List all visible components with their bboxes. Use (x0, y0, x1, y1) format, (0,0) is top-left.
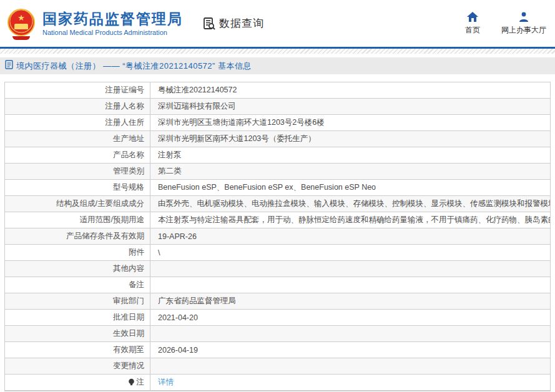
row-value-text: 2021-04-20 (158, 313, 198, 322)
table-row: 型号规格BeneFusion eSP、BeneFusion eSP ex、Ben… (5, 180, 550, 196)
table-row: 生产地址深圳市光明新区南环大道1203号（委托生产） (5, 131, 550, 147)
table-row: 注册人名称深圳迈瑞科技有限公司 (5, 99, 550, 115)
emblem-gate (14, 24, 28, 29)
nav-service-hall[interactable]: 网上办事大厅 (501, 11, 546, 36)
row-value-text: 本注射泵与特定注输器具配套，用于动、静脉恒定给药速度和精确给药量输液，不用于镇痛… (158, 215, 550, 225)
table-row: 生效日期 (5, 326, 550, 342)
row-value-text: 粤械注准20212140572 (158, 85, 237, 96)
table-row: 产品储存条件及有效期19-APR-26 (5, 228, 550, 245)
row-label-text: 注 (137, 377, 145, 388)
table-row: 注详情 (5, 375, 550, 391)
table-row: 适用范围/预期用途本注射泵与特定注输器具配套，用于动、静脉恒定给药速度和精确给药… (5, 212, 550, 228)
detail-link[interactable]: 详情 (158, 377, 174, 388)
row-value-text: \ (158, 248, 160, 257)
table-row: 批准日期2021-04-20 (5, 310, 550, 326)
row-value: \ (150, 245, 550, 260)
row-label: 附件 (5, 245, 150, 260)
table-row: 注册人住所深圳市光明区玉塘街道南环大道1203号2号楼6楼 (5, 115, 550, 131)
row-value: 深圳市光明新区南环大道1203号（委托生产） (150, 131, 550, 147)
row-label-text: 生产地址 (113, 134, 144, 144)
row-label-text: 附件 (129, 247, 144, 258)
row-value: 详情 (150, 375, 550, 390)
row-label-text: 注册人住所 (106, 117, 145, 128)
emblem-ribbon (12, 36, 30, 40)
row-label-text: 有效期至 (113, 345, 144, 355)
row-value: 深圳市光明区玉塘街道南环大道1203号2号楼6楼 (150, 115, 550, 130)
data-query-label: 数据查询 (219, 16, 264, 31)
table-row: 审批部门广东省药品监督管理局 (5, 293, 550, 310)
row-value-text: BeneFusion eSP、BeneFusion eSP ex、BeneFus… (158, 182, 376, 193)
row-label: 有效期至 (5, 342, 150, 358)
row-label-text: 审批部门 (113, 296, 144, 306)
table-row: 其他内容 (5, 261, 550, 277)
row-label: 型号规格 (5, 180, 150, 195)
row-value-text: 深圳市光明区玉塘街道南环大道1203号2号楼6楼 (158, 117, 325, 128)
row-value: 2021-04-20 (150, 310, 550, 325)
page: ★ 国家药品监督管理局 National Medical Products Ad… (0, 0, 555, 392)
row-label-text: 产品储存条件及有效期 (66, 231, 144, 242)
row-label-text: 适用范围/预期用途 (80, 215, 144, 225)
row-label: 产品名称 (5, 147, 150, 163)
row-value-text: 2026-04-19 (158, 346, 198, 355)
row-value-text: 由泵外壳、电机驱动模块、电动推拉盒模块、输入模块、存储模块、控制模块、显示模块、… (158, 198, 550, 209)
breadcrumb-bar: 境内医疗器械（注册） —— “粤械注准20212140572” 基本信息 (0, 57, 555, 74)
row-label: 结构及组成/主要组成成分 (5, 196, 150, 212)
data-query-section[interactable]: 数据查询 (202, 16, 264, 31)
national-emblem-logo: ★ (6, 7, 36, 40)
row-value: 粤械注准20212140572 (150, 82, 550, 98)
row-value-text: 第二类 (158, 166, 182, 177)
row-value: 第二类 (150, 164, 550, 179)
row-label: 备注 (5, 277, 150, 293)
row-label: 批准日期 (5, 310, 150, 325)
row-value: 2026-04-19 (150, 342, 550, 358)
row-label-text: 其他内容 (113, 263, 144, 274)
row-label: 生产地址 (5, 131, 150, 147)
nav-service-hall-label: 网上办事大厅 (501, 25, 546, 36)
row-value (150, 358, 550, 374)
nav-home[interactable]: 首页 (465, 11, 480, 36)
row-label-text: 结构及组成/主要组成成分 (56, 198, 144, 209)
site-title-block: 国家药品监督管理局 National Medical Products Admi… (42, 11, 183, 37)
site-subtitle: National Medical Products Administration (42, 29, 183, 36)
row-value-text: 深圳迈瑞科技有限公司 (158, 101, 236, 112)
emblem-star: ★ (17, 14, 25, 22)
hatch-strip (0, 49, 555, 54)
row-label: 变更情况 (5, 358, 150, 374)
row-value: 注射泵 (150, 147, 550, 163)
row-label-text: 变更情况 (113, 361, 144, 371)
row-label-text: 型号规格 (113, 182, 144, 193)
row-value: BeneFusion eSP、BeneFusion eSP ex、BeneFus… (150, 180, 550, 195)
row-value (150, 326, 550, 341)
row-value: 19-APR-26 (150, 228, 550, 244)
row-label-text: 生效日期 (113, 328, 144, 339)
row-value-text: 广东省药品监督管理局 (158, 296, 236, 306)
data-query-icon (202, 16, 217, 31)
site-title: 国家药品监督管理局 (42, 11, 183, 28)
row-label: 适用范围/预期用途 (5, 212, 150, 228)
home-icon (466, 11, 479, 22)
table-row: 备注 (5, 277, 550, 293)
row-label-text: 备注 (129, 280, 144, 290)
nav-home-label: 首页 (465, 25, 480, 36)
row-label-text: 产品名称 (113, 150, 144, 160)
row-label-text: 管理类别 (113, 166, 144, 177)
row-label: 注册证编号 (5, 82, 150, 98)
row-value-text: 19-APR-26 (158, 232, 197, 241)
row-label: 生效日期 (5, 326, 150, 341)
document-icon (5, 60, 13, 72)
registration-info-table: 注册证编号粤械注准20212140572注册人名称深圳迈瑞科技有限公司注册人住所… (4, 82, 551, 391)
row-value: 由泵外壳、电机驱动模块、电动推拉盒模块、输入模块、存储模块、控制模块、显示模块、… (150, 196, 550, 212)
header-nav: 首页 网上办事大厅 (465, 11, 546, 36)
row-label: 审批部门 (5, 293, 150, 309)
row-label: 注册人名称 (5, 99, 150, 114)
row-value (150, 277, 550, 293)
table-row: 注册证编号粤械注准20212140572 (5, 82, 550, 99)
row-value-text: 注射泵 (158, 150, 182, 160)
table-row: 附件\ (5, 245, 550, 261)
bulb-icon (128, 378, 135, 386)
row-value-text: 深圳市光明新区南环大道1203号（委托生产） (158, 134, 316, 144)
row-label-text: 注册人名称 (106, 101, 145, 112)
breadcrumb: 境内医疗器械（注册） —— “粤械注准20212140572” 基本信息 (16, 61, 252, 72)
row-label: 其他内容 (5, 261, 150, 277)
row-value (150, 261, 550, 277)
